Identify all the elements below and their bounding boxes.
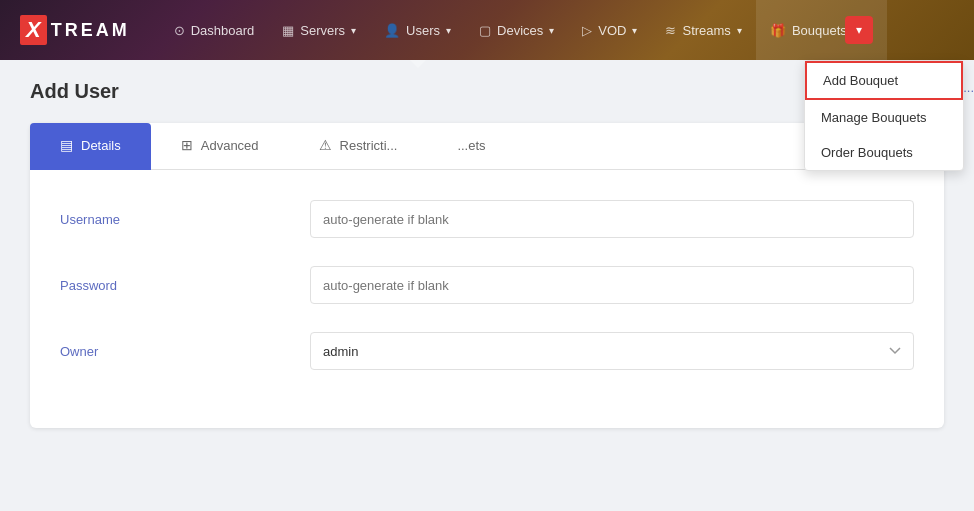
nav-label-vod: VOD [598,23,626,38]
nav-item-users[interactable]: 👤 Users ▾ [370,0,465,60]
main-nav: ⊙ Dashboard ▦ Servers ▾ 👤 Users ▾ ▢ Devi… [160,0,954,60]
nav-label-dashboard: Dashboard [191,23,255,38]
devices-icon: ▢ [479,23,491,38]
nav-label-servers: Servers [300,23,345,38]
tab-details-label: Details [81,138,121,153]
dropdown-item-order-bouquets[interactable]: Order Bouquets [805,135,963,170]
tab-details[interactable]: ▤ Details [30,123,151,170]
advanced-tab-icon: ⊞ [181,137,193,153]
nav-label-bouquets: Bouquets [792,23,847,38]
dropdown-item-add-bouquet[interactable]: Add Bouquet [805,61,963,100]
streams-icon: ≋ [665,23,676,38]
servers-chevron-icon: ▾ [351,25,356,36]
bouquets-dropdown-menu: Add Bouquet Manage Bouquets Order Bouque… [804,60,964,171]
dashboard-icon: ⊙ [174,23,185,38]
password-group: Password [60,266,914,304]
vod-chevron-icon: ▾ [632,25,637,36]
servers-icon: ▦ [282,23,294,38]
nav-item-devices[interactable]: ▢ Devices ▾ [465,0,568,60]
nav-item-streams[interactable]: ≋ Streams ▾ [651,0,755,60]
bouquets-dropdown-button[interactable]: ▾ [845,16,873,44]
owner-label: Owner [60,344,310,359]
devices-chevron-icon: ▾ [549,25,554,36]
password-label: Password [60,278,310,293]
streams-chevron-icon: ▾ [737,25,742,36]
nav-item-bouquets[interactable]: 🎁 Bouquets ▾ [756,0,887,60]
vod-icon: ▷ [582,23,592,38]
tab-bouquets-label: ...ets [457,138,485,153]
tab-restrictions[interactable]: ⚠ Restricti... [289,123,428,170]
nav-label-devices: Devices [497,23,543,38]
nav-label-streams: Streams [682,23,730,38]
nav-item-vod[interactable]: ▷ VOD ▾ [568,0,651,60]
users-icon: 👤 [384,23,400,38]
username-label: Username [60,212,310,227]
details-tab-icon: ▤ [60,137,73,153]
owner-group: Owner admin [60,332,914,370]
logo-text: TREAM [51,20,130,41]
users-chevron-icon: ▾ [446,25,451,36]
nav-item-dashboard[interactable]: ⊙ Dashboard [160,0,269,60]
tab-advanced-label: Advanced [201,138,259,153]
tab-advanced[interactable]: ⊞ Advanced [151,123,289,170]
username-group: Username [60,200,914,238]
bouquets-icon: 🎁 [770,23,786,38]
nav-label-users: Users [406,23,440,38]
header: X TREAM ⊙ Dashboard ▦ Servers ▾ 👤 Users … [0,0,974,60]
add-user-form: Username Password Owner admin [30,170,944,428]
restrictions-tab-icon: ⚠ [319,137,332,153]
password-input[interactable] [310,266,914,304]
tab-restrictions-label: Restricti... [340,138,398,153]
nav-item-servers[interactable]: ▦ Servers ▾ [268,0,370,60]
dropdown-item-manage-bouquets[interactable]: Manage Bouquets [805,100,963,135]
logo-x-icon: X [20,15,47,45]
logo: X TREAM [20,15,130,45]
owner-select[interactable]: admin [310,332,914,370]
tab-bouquets[interactable]: ...ets [427,123,515,170]
username-input[interactable] [310,200,914,238]
